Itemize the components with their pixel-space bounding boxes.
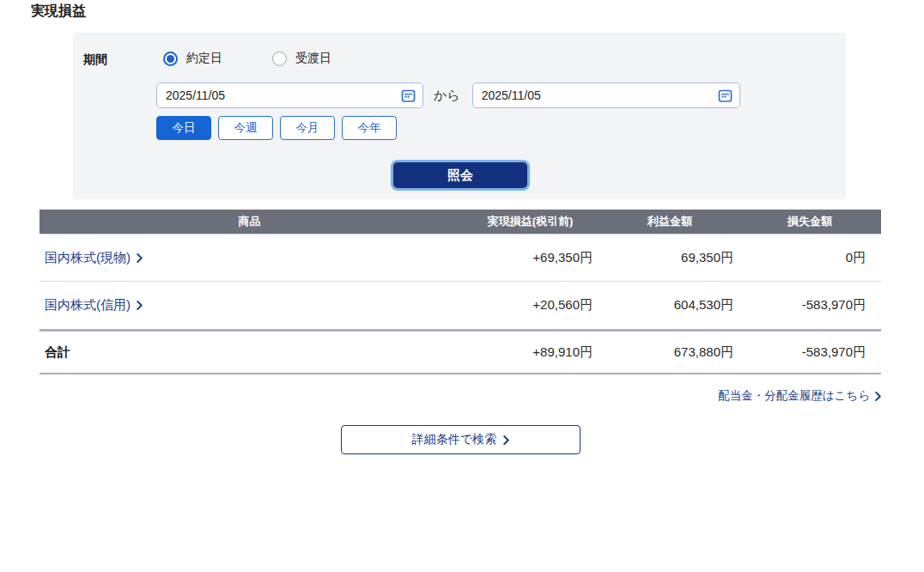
- dividend-link-row: 配当金・分配金履歴はこちら: [40, 387, 881, 404]
- dividend-history-link[interactable]: 配当金・分配金履歴はこちら: [718, 388, 881, 404]
- date-range-row: 2025/11/05 から 2025/11/05: [156, 82, 740, 108]
- column-header-loss: 損失金額: [739, 214, 881, 229]
- period-radio-group: 約定日 受渡日: [163, 51, 331, 66]
- page-title: 実現損益: [31, 3, 86, 21]
- calendar-icon[interactable]: [718, 88, 733, 103]
- chevron-right-icon: [137, 301, 143, 310]
- profit-value: 604,530円: [601, 297, 739, 313]
- detail-search-button[interactable]: 詳細条件で検索: [341, 425, 581, 454]
- table-row: 国内株式(現物) +69,350円 69,350円 0円: [40, 234, 881, 282]
- period-label: 期間: [83, 52, 107, 68]
- range-separator-label: から: [423, 88, 472, 104]
- product-label: 国内株式(信用): [45, 297, 131, 313]
- column-header-profit: 利益金額: [601, 214, 739, 229]
- this-month-button[interactable]: 今月: [280, 116, 335, 140]
- radio-settlement-date-label: 受渡日: [295, 51, 331, 66]
- radio-unselected-icon[interactable]: [272, 52, 287, 66]
- this-week-button[interactable]: 今週: [218, 116, 273, 140]
- column-header-product: 商品: [40, 214, 459, 229]
- date-to-value: 2025/11/05: [482, 88, 718, 102]
- column-header-realized-pl: 実現損益(税引前): [459, 214, 601, 229]
- chevron-right-icon: [875, 392, 881, 401]
- date-from-input[interactable]: 2025/11/05: [156, 82, 423, 108]
- realized-pl-value: +69,350円: [459, 250, 601, 266]
- chevron-right-icon: [137, 253, 143, 263]
- loss-value: -583,970円: [739, 297, 881, 313]
- radio-trade-date-label: 約定日: [186, 51, 222, 66]
- domestic-stock-cash-link[interactable]: 国内株式(現物): [40, 250, 143, 266]
- realized-pl-table: 商品 実現損益(税引前) 利益金額 損失金額 国内株式(現物) +69,350円…: [40, 210, 881, 374]
- quick-range-buttons: 今日 今週 今月 今年: [156, 116, 397, 140]
- total-loss-value: -583,970円: [739, 344, 881, 361]
- radio-selected-icon[interactable]: [163, 52, 178, 66]
- profit-value: 69,350円: [601, 250, 739, 266]
- calendar-icon[interactable]: [401, 88, 416, 103]
- loss-value: 0円: [739, 250, 881, 266]
- table-row: 国内株式(信用) +20,560円 604,530円 -583,970円: [40, 282, 881, 329]
- total-label: 合計: [40, 344, 459, 361]
- today-button[interactable]: 今日: [156, 116, 211, 140]
- date-from-value: 2025/11/05: [166, 88, 401, 102]
- realized-pl-page: 実現損益 期間 約定日 受渡日 2025/11/05: [0, 0, 924, 572]
- domestic-stock-margin-link[interactable]: 国内株式(信用): [40, 297, 143, 313]
- realized-pl-value: +20,560円: [459, 297, 601, 313]
- query-button[interactable]: 照会: [391, 160, 530, 191]
- total-profit-value: 673,880円: [601, 344, 739, 361]
- radio-settlement-date[interactable]: 受渡日: [272, 51, 331, 66]
- dividend-history-label: 配当金・分配金履歴はこちら: [718, 388, 870, 404]
- date-to-input[interactable]: 2025/11/05: [472, 82, 740, 108]
- product-label: 国内株式(現物): [45, 250, 131, 266]
- table-header-row: 商品 実現損益(税引前) 利益金額 損失金額: [40, 210, 881, 234]
- this-year-button[interactable]: 今年: [342, 116, 397, 140]
- total-row: 合計 +89,910円 673,880円 -583,970円: [40, 329, 881, 374]
- chevron-right-icon: [503, 435, 509, 445]
- filter-panel: 期間 約定日 受渡日 2025/11/05: [73, 33, 846, 199]
- detail-search-label: 詳細条件で検索: [412, 432, 496, 447]
- total-realized-pl-value: +89,910円: [459, 344, 601, 361]
- radio-trade-date[interactable]: 約定日: [163, 51, 222, 66]
